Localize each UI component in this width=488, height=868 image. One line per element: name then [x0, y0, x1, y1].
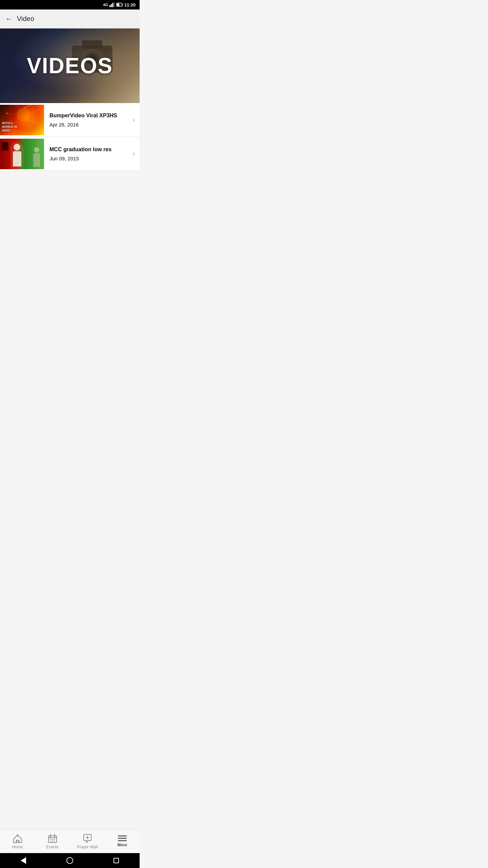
svg-rect-0: [109, 5, 110, 7]
svg-rect-5: [122, 4, 123, 5]
svg-point-23: [30, 105, 31, 105]
svg-line-19: [15, 105, 20, 108]
svg-point-15: [17, 108, 30, 122]
video-item-1[interactable]: WITH AWORLD INNEED: [0, 103, 140, 137]
video-title-1: BumperVideo Viral XP3HS: [49, 112, 127, 119]
svg-line-18: [29, 120, 37, 123]
svg-rect-13: [102, 47, 111, 52]
svg-line-16: [24, 105, 30, 108]
video-info-2: MCC graduation low res Jun 09, 2015: [44, 142, 133, 166]
time-display: 11:20: [124, 2, 136, 7]
svg-line-17: [30, 110, 39, 113]
hero-banner: VIDEOS: [0, 28, 140, 103]
signal-icon: [109, 2, 115, 7]
svg-point-25: [6, 113, 7, 114]
header: ← Video: [0, 9, 140, 28]
svg-rect-9: [82, 40, 102, 49]
svg-rect-14: [74, 47, 79, 51]
svg-point-24: [38, 109, 40, 111]
chevron-icon-1: ›: [133, 116, 140, 124]
video-date-2: Jun 09, 2015: [49, 156, 127, 161]
status-bar: 4G 11:20: [0, 0, 140, 9]
thumbnail-1: WITH AWORLD INNEED: [0, 105, 44, 135]
battery-icon: [116, 3, 123, 7]
video-list: WITH AWORLD INNEED: [0, 103, 140, 171]
page-title: Video: [17, 15, 34, 23]
video-date-1: Apr 26, 2016: [49, 122, 127, 127]
content-area: VIDEOS WITH AWORLD INNEED: [0, 28, 140, 210]
network-icon: 4G: [103, 3, 108, 7]
svg-line-20: [7, 113, 14, 115]
video-info-1: BumperVideo Viral XP3HS Apr 26, 2016: [44, 108, 133, 132]
video-title-2: MCC graduation low res: [49, 146, 127, 153]
back-button[interactable]: ←: [5, 15, 13, 23]
svg-rect-3: [114, 2, 115, 7]
hero-title: VIDEOS: [27, 53, 113, 78]
svg-rect-1: [111, 4, 112, 7]
video-item-2[interactable]: MCC graduation low res Jun 09, 2015 ›: [0, 137, 140, 171]
thumbnail-2: [0, 139, 44, 169]
thumbnail-1-text: WITH AWORLD INNEED: [2, 121, 18, 132]
svg-rect-2: [112, 3, 113, 7]
chevron-icon-2: ›: [133, 150, 140, 158]
status-icons: 4G 11:20: [103, 2, 136, 7]
